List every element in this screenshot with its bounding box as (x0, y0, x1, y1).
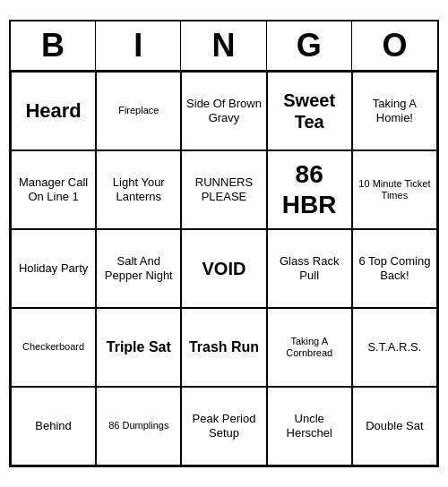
header-letter: N (181, 21, 266, 70)
bingo-cell: Glass Rack Pull (267, 229, 352, 308)
bingo-cell: Holiday Party (11, 229, 96, 308)
bingo-cell: Double Sat (352, 387, 437, 466)
header-letter: I (96, 21, 181, 70)
bingo-cell: VOID (181, 229, 266, 308)
bingo-cell: Taking A Cornbread (267, 308, 352, 387)
bingo-cell: Fireplace (96, 72, 181, 150)
bingo-cell: Triple Sat (96, 308, 181, 387)
bingo-cell: Sweet Tea (267, 72, 352, 150)
header-letter: G (267, 21, 352, 70)
bingo-cell: RUNNERS PLEASE (181, 150, 266, 229)
bingo-cell: Taking A Homie! (352, 72, 437, 150)
bingo-cell: Salt And Pepper Night (96, 229, 181, 308)
bingo-card: BINGO HeardFireplaceSide Of Brown GravyS… (9, 20, 439, 467)
bingo-cell: Side Of Brown Gravy (181, 72, 266, 150)
bingo-cell: Checkerboard (11, 308, 96, 387)
bingo-cell: 86 HBR (267, 150, 352, 229)
bingo-header: BINGO (11, 21, 437, 72)
header-letter: B (11, 21, 96, 70)
bingo-cell: 10 Minute Ticket Times (352, 150, 437, 229)
bingo-cell: S.T.A.R.S. (352, 308, 437, 387)
bingo-cell: Light Your Lanterns (96, 150, 181, 229)
bingo-cell: Peak Period Setup (181, 387, 266, 466)
bingo-cell: 6 Top Coming Back! (352, 229, 437, 308)
bingo-cell: Manager Call On Line 1 (11, 150, 96, 229)
bingo-grid: HeardFireplaceSide Of Brown GravySweet T… (11, 72, 437, 466)
bingo-cell: Behind (11, 387, 96, 466)
bingo-cell: Trash Run (181, 308, 266, 387)
header-letter: O (352, 21, 437, 70)
bingo-cell: Uncle Herschel (267, 387, 352, 466)
bingo-cell: Heard (11, 72, 96, 150)
bingo-cell: 86 Dumplings (96, 387, 181, 466)
